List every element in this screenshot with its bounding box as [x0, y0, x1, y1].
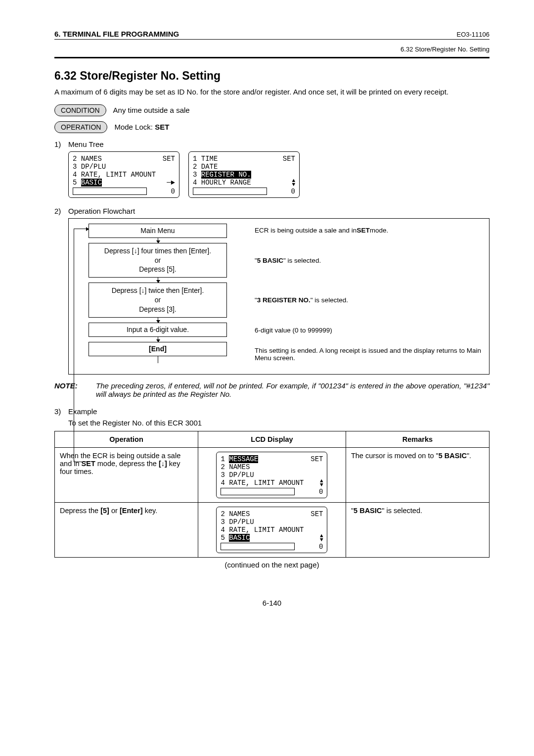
- flow-note-1: ECR is being outside a sale and in SET m…: [255, 224, 481, 237]
- row2-lcd-cell: 2 NAMESSET 3 DP/PLU 4 RATE, LIMIT AMOUNT…: [198, 502, 346, 557]
- operation-text-bold: SET: [155, 123, 169, 131]
- ml-l4: 5 BASIC: [73, 179, 102, 187]
- sec1-title: Menu Tree: [68, 140, 104, 148]
- ml-l2: 3 DP/PLU: [73, 163, 106, 171]
- row1-lcd-cell: 1 MESSAGESET 2 NAMES 3 DP/PLU 4 RATE, LI…: [198, 447, 346, 502]
- operation-text-prefix: Mode Lock:: [114, 123, 155, 131]
- flow-box-end: [End]: [89, 342, 227, 356]
- condition-row: CONDITION Any time outside a sale: [54, 104, 490, 116]
- sec2-title: Operation Flowchart: [68, 207, 135, 215]
- ml-l1: 2 NAMES: [73, 155, 102, 163]
- flow-note-2: "5 BASIC" is selected.: [255, 244, 481, 277]
- example-table: Operation LCD Display Remarks When the E…: [54, 431, 490, 558]
- ml-bottom-right: 0: [168, 188, 175, 195]
- mr-l3: 3 REGISTER NO.: [193, 171, 251, 179]
- operation-pill: OPERATION: [54, 121, 107, 133]
- flowchart: Main Menu Depress [↓] four times then [E…: [68, 218, 490, 375]
- ml-r1: SET: [163, 155, 175, 163]
- flow-note-5: This setting is ended. A long receipt is…: [255, 344, 481, 364]
- mr-r1: SET: [283, 155, 295, 163]
- row1-rem: The cursor is moved on to "5 BASIC".: [346, 447, 489, 502]
- sec2-heading: 2) Operation Flowchart: [54, 207, 490, 215]
- ml-input: [73, 188, 147, 195]
- mr-l4: 4 HOURLY RANGE: [193, 179, 251, 187]
- flow-box-step4: Input a 6-digit value.: [89, 323, 227, 337]
- flow-note-4: 6-digit value (0 to 999999): [255, 324, 481, 337]
- row2-lcd: 2 NAMESSET 3 DP/PLU 4 RATE, LIMIT AMOUNT…: [216, 507, 327, 553]
- intro-paragraph: A maximum of 6 digits may be set as ID N…: [54, 87, 490, 97]
- updown-icon: ▲▼: [320, 479, 323, 487]
- sec3-num: 3): [54, 407, 68, 416]
- mr-input: [193, 188, 267, 195]
- flow-box-step3: Depress [↓] twice then [Enter]. or Depre…: [89, 283, 227, 318]
- th-remarks: Remarks: [346, 431, 489, 447]
- menu-lcd-right: 1 TIMESET 2 DATE 3 REGISTER NO. 4 HOURLY…: [188, 151, 300, 198]
- header-left: 6. TERMINAL FILE PROGRAMMING: [54, 30, 179, 38]
- flow-arrow-2: [158, 278, 158, 283]
- mr-l1: 1 TIME: [193, 155, 218, 163]
- flow-right-col: ECR is being outside a sale and in SET m…: [247, 224, 489, 364]
- operation-text: Mode Lock: SET: [114, 123, 169, 131]
- flow-arrow-1: [158, 238, 158, 243]
- table-row: When the ECR is being outside a sale and…: [55, 447, 490, 502]
- page-number: 6-140: [54, 599, 490, 607]
- sec3-heading: 3) Example: [54, 407, 490, 416]
- row2-rem: "5 BASIC" is selected.: [346, 502, 489, 557]
- table-header-row: Operation LCD Display Remarks: [55, 431, 490, 447]
- sec1-num: 1): [54, 140, 68, 148]
- table-row: Depress the [5] or [Enter] key. 2 NAMESS…: [55, 502, 490, 557]
- ml-arrow-right: ─►: [167, 179, 175, 187]
- flow-box-main-menu: Main Menu: [89, 224, 227, 238]
- ml-l3: 4 RATE, LIMIT AMOUNT: [73, 171, 156, 179]
- sub-header: 6.32 Store/Register No. Setting: [54, 46, 490, 53]
- condition-pill: CONDITION: [54, 104, 106, 116]
- updown-icon: ▲▼: [320, 534, 323, 542]
- flow-loopback: [74, 229, 89, 462]
- sec1-heading: 1) Menu Tree: [54, 140, 490, 148]
- menu-lcd-left: 2 NAMESSET 3 DP/PLU 4 RATE, LIMIT AMOUNT…: [68, 151, 179, 198]
- sec3-sub: To set the Register No. of this ECR 3001: [68, 419, 490, 427]
- flow-arrow-3: [158, 318, 158, 323]
- condition-text: Any time outside a sale: [113, 106, 190, 114]
- section-title: 6.32 Store/Register No. Setting: [54, 69, 490, 83]
- mr-bottom-right: 0: [288, 188, 295, 195]
- updown-icon: ▲▼: [292, 179, 295, 187]
- sec2-num: 2): [54, 207, 68, 215]
- row1-lcd: 1 MESSAGESET 2 NAMES 3 DP/PLU 4 RATE, LI…: [216, 452, 327, 498]
- flow-left-col: Main Menu Depress [↓] four times then [E…: [69, 224, 247, 364]
- operation-row: OPERATION Mode Lock: SET: [54, 121, 490, 133]
- note-text: The preceding zeros, if entered, will no…: [96, 381, 490, 398]
- th-lcd: LCD Display: [198, 431, 346, 447]
- header-rule: [54, 57, 490, 58]
- flow-note-3: "3 REGISTER NO." is selected.: [255, 284, 481, 317]
- continued-note: (continued on the next page): [54, 561, 490, 569]
- menu-tree: 2 NAMESSET 3 DP/PLU 4 RATE, LIMIT AMOUNT…: [68, 151, 490, 198]
- header-right: EO3-11106: [457, 31, 490, 38]
- row2-op: Depress the [5] or [Enter] key.: [55, 502, 198, 557]
- mr-l2: 2 DATE: [193, 163, 218, 171]
- flow-tail: [158, 356, 158, 363]
- note-block: NOTE: The preceding zeros, if entered, w…: [54, 381, 490, 398]
- page-header: 6. TERMINAL FILE PROGRAMMING EO3-11106: [54, 30, 490, 40]
- flow-box-step2: Depress [↓] four times then [Enter]. or …: [89, 243, 227, 278]
- flow-arrow-4: [158, 337, 158, 342]
